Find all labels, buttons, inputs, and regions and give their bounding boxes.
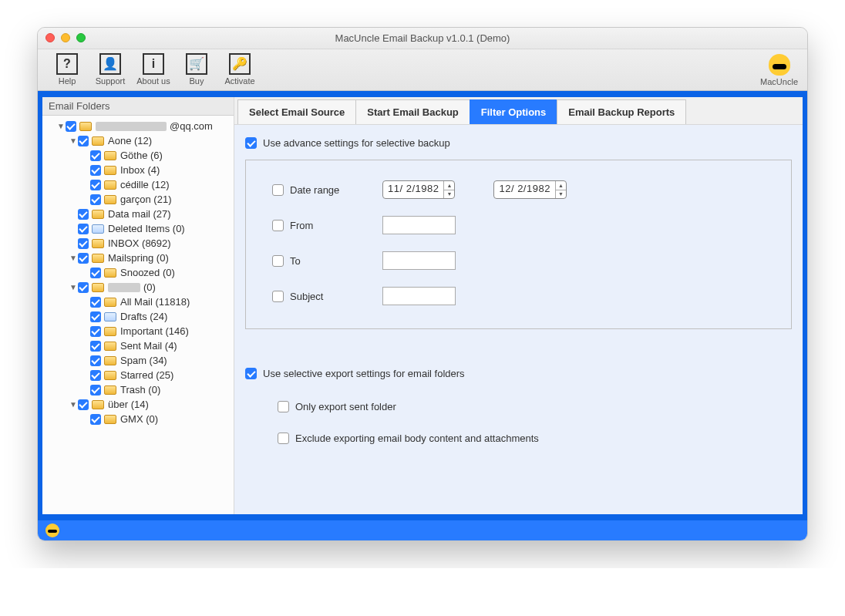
- to-input[interactable]: [382, 251, 456, 270]
- folder-checkbox[interactable]: [90, 297, 101, 308]
- folder-checkbox[interactable]: [78, 399, 89, 410]
- date-from-input[interactable]: 11/ 2/1982 ▲▼: [382, 180, 455, 199]
- toolbar-label: Activate: [224, 76, 254, 86]
- toolbar-about-us[interactable]: iAbout us: [132, 53, 175, 86]
- folder-label: cédille (12): [120, 179, 170, 190]
- folder-checkbox[interactable]: [66, 121, 76, 132]
- folder-masked2[interactable]: ▼(0): [42, 280, 234, 295]
- toolbar-activate[interactable]: 🔑Activate: [218, 53, 261, 86]
- folder-gothe[interactable]: Göthe (6): [42, 148, 234, 163]
- folder-garcon[interactable]: garçon (21): [42, 192, 234, 207]
- folder-cedille[interactable]: cédille (12): [42, 177, 234, 192]
- account-root[interactable]: ▼@qq.com: [42, 119, 234, 133]
- exclude-body-checkbox[interactable]: [278, 433, 289, 444]
- folder-checkbox[interactable]: [78, 136, 89, 146]
- tab-filter-options[interactable]: Filter Options: [470, 99, 558, 124]
- folder-trash[interactable]: Trash (0): [42, 382, 234, 397]
- folder-icon: [92, 400, 104, 409]
- selective-export-checkbox[interactable]: [245, 368, 257, 379]
- folder-checkbox[interactable]: [78, 224, 89, 234]
- folder-icon: [104, 342, 116, 351]
- folder-checkbox[interactable]: [78, 253, 89, 264]
- from-input[interactable]: [382, 216, 456, 234]
- folder-label: Important (146): [120, 325, 189, 337]
- subject-row: Subject: [272, 287, 765, 305]
- folder-checkbox[interactable]: [90, 180, 101, 190]
- date-to-input[interactable]: 12/ 2/1982 ▲▼: [493, 180, 566, 199]
- to-label: To: [290, 255, 382, 267]
- toolbar-support[interactable]: 👤Support: [89, 53, 132, 86]
- folder-icon: [104, 385, 116, 395]
- folder-checkbox[interactable]: [90, 150, 101, 161]
- advance-settings-checkbox[interactable]: [245, 137, 257, 149]
- folder-icon: [104, 166, 116, 175]
- tab-select-email-source[interactable]: Select Email Source: [237, 99, 356, 124]
- folder-checkbox[interactable]: [90, 268, 101, 278]
- folder-label: garçon (21): [120, 194, 171, 205]
- folder-checkbox[interactable]: [78, 282, 89, 293]
- folder-inbox[interactable]: INBOX (8692): [42, 236, 234, 251]
- statusbar-icon: [45, 523, 59, 537]
- folder-checkbox[interactable]: [90, 355, 101, 366]
- disclosure-icon[interactable]: ▼: [69, 400, 78, 409]
- about-us-icon: i: [143, 53, 164, 75]
- from-label: From: [290, 220, 382, 231]
- app-window: MacUncle Email Backup v1.0.1 (Demo) ?Hel…: [37, 27, 808, 541]
- folder-uber[interactable]: ▼über (14): [42, 397, 234, 412]
- toolbar-help[interactable]: ?Help: [45, 53, 89, 86]
- folder-deleted[interactable]: Deleted Items (0): [42, 221, 234, 236]
- folder-datamail[interactable]: Data mail (27): [42, 207, 234, 221]
- folder-checkbox[interactable]: [90, 165, 101, 176]
- subject-input[interactable]: [382, 287, 456, 305]
- folder-tree[interactable]: ▼@qq.com▼Aone (12)Göthe (6)Inbox (4)cédi…: [42, 116, 234, 514]
- redacted-text: [108, 283, 140, 292]
- only-sent-row: Only export sent folder: [278, 401, 792, 412]
- folder-snoozed[interactable]: Snoozed (0): [42, 265, 234, 280]
- minimize-icon[interactable]: [61, 33, 70, 42]
- disclosure-icon[interactable]: ▼: [69, 254, 78, 262]
- folder-important[interactable]: Important (146): [42, 324, 234, 338]
- toolbar: ?Help👤SupportiAbout us🛒Buy🔑Activate MacU…: [38, 49, 807, 91]
- subject-checkbox[interactable]: [272, 291, 284, 302]
- toolbar-buy[interactable]: 🛒Buy: [175, 53, 218, 86]
- folder-starred[interactable]: Starred (25): [42, 368, 234, 382]
- folder-checkbox[interactable]: [90, 311, 101, 322]
- folder-icon: [104, 415, 116, 424]
- folder-checkbox[interactable]: [90, 414, 101, 425]
- from-checkbox[interactable]: [272, 220, 284, 231]
- folder-checkbox[interactable]: [90, 326, 101, 337]
- folder-checkbox[interactable]: [90, 194, 101, 205]
- only-sent-checkbox[interactable]: [278, 401, 289, 412]
- folder-checkbox[interactable]: [78, 209, 89, 220]
- to-checkbox[interactable]: [272, 255, 284, 267]
- folder-checkbox[interactable]: [90, 385, 101, 396]
- disclosure-icon[interactable]: ▼: [56, 122, 66, 130]
- zoom-icon[interactable]: [76, 33, 86, 42]
- disclosure-icon[interactable]: ▼: [69, 283, 78, 291]
- disclosure-icon[interactable]: ▼: [69, 136, 78, 145]
- close-icon[interactable]: [45, 33, 55, 42]
- tab-email-backup-reports[interactable]: Email Backup Reports: [557, 99, 686, 124]
- tab-start-email-backup[interactable]: Start Email Backup: [355, 99, 470, 124]
- folder-label: Inbox (4): [120, 164, 160, 176]
- folder-aone[interactable]: ▼Aone (12): [42, 133, 234, 148]
- folder-sentmail[interactable]: Sent Mail (4): [42, 338, 234, 353]
- folder-spam[interactable]: Spam (34): [42, 353, 234, 368]
- folder-icon: [104, 371, 116, 380]
- folder-allmail[interactable]: All Mail (11818): [42, 295, 234, 309]
- folder-label: All Mail (11818): [120, 296, 190, 308]
- window-controls: [45, 33, 86, 42]
- folder-drafts[interactable]: Drafts (24): [42, 309, 234, 324]
- folder-checkbox[interactable]: [90, 370, 101, 381]
- folder-checkbox[interactable]: [90, 341, 101, 352]
- date-to-stepper[interactable]: ▲▼: [555, 181, 566, 198]
- folder-checkbox[interactable]: [78, 238, 89, 249]
- folder-mailspring[interactable]: ▼Mailspring (0): [42, 251, 234, 265]
- folder-icon: [92, 283, 104, 292]
- exclude-body-label: Exclude exporting email body content and…: [295, 433, 539, 444]
- date-from-stepper[interactable]: ▲▼: [443, 181, 454, 198]
- folder-icon: [92, 254, 104, 263]
- folder-gmx[interactable]: GMX (0): [42, 412, 234, 426]
- folder-inbox-sub[interactable]: Inbox (4): [42, 163, 234, 177]
- date-range-checkbox[interactable]: [272, 184, 284, 196]
